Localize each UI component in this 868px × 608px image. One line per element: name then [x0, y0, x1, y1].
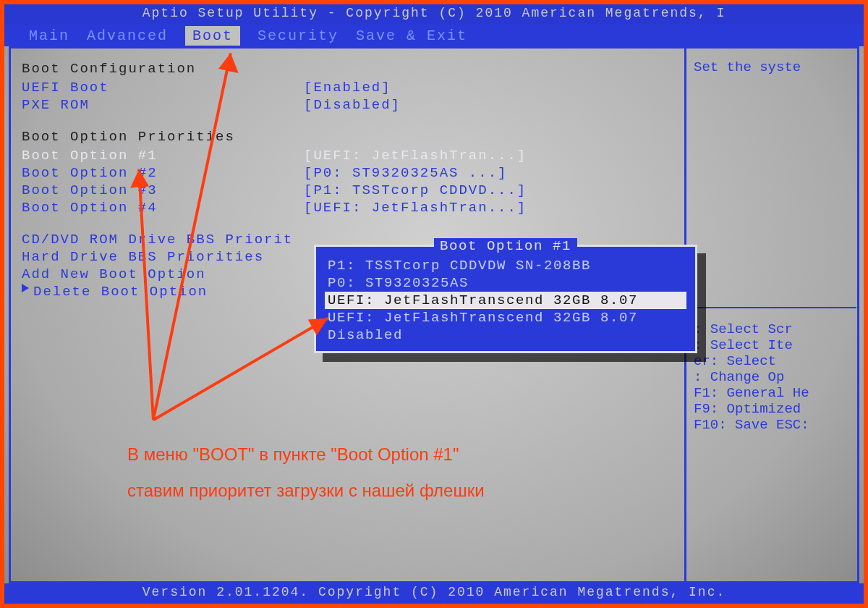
help-hint: F1: General He	[694, 385, 856, 401]
boot-option-popup: Boot Option #1 P1: TSSTcorp CDDVDW SN-20…	[314, 245, 697, 353]
popup-item[interactable]: P1: TSSTcorp CDDVDW SN-208BB	[325, 257, 686, 274]
selection-indicator-icon	[22, 284, 29, 292]
help-description: Set the syste	[694, 59, 856, 75]
tab-bar: Main Advanced Boot Security Save & Exit	[4, 25, 864, 46]
boot-option-2-row[interactable]: Boot Option #2 [P0: ST9320325AS ...]	[22, 165, 674, 181]
uefi-boot-value: [Enabled]	[304, 80, 391, 96]
tab-advanced[interactable]: Advanced	[87, 28, 168, 44]
uefi-boot-row[interactable]: UEFI Boot [Enabled]	[22, 80, 674, 96]
help-hint: : Select Scr	[694, 321, 856, 337]
boot-option-3-row[interactable]: Boot Option #3 [P1: TSSTcorp CDDVD...]	[22, 182, 674, 198]
pxe-rom-label: PXE ROM	[22, 97, 304, 113]
tab-save-exit[interactable]: Save & Exit	[356, 28, 467, 44]
boot-option-1-value: [UEFI: JetFlashTran...]	[304, 148, 527, 164]
popup-item-selected[interactable]: UEFI: JetFlashTranscend 32GB 8.07	[325, 292, 686, 309]
tab-security[interactable]: Security	[258, 28, 339, 44]
help-hint: F9: Optimized	[694, 401, 856, 417]
boot-option-1-row[interactable]: Boot Option #1 [UEFI: JetFlashTran...]	[22, 148, 674, 164]
boot-option-2-value: [P0: ST9320325AS ...]	[304, 165, 507, 181]
pxe-rom-value: [Disabled]	[304, 97, 401, 113]
bios-header: Aptio Setup Utility - Copyright (C) 2010…	[4, 4, 864, 25]
popup-item[interactable]: Disabled	[325, 326, 686, 344]
help-panel: Set the syste : Select Scr : Select Ite …	[684, 46, 864, 583]
boot-option-2-label: Boot Option #2	[22, 165, 304, 181]
boot-option-4-row[interactable]: Boot Option #4 [UEFI: JetFlashTran...]	[22, 200, 674, 216]
bios-footer: Version 2.01.1204. Copyright (C) 2010 Am…	[4, 583, 864, 604]
boot-option-3-label: Boot Option #3	[22, 182, 304, 198]
help-hint: : Select Ite	[694, 337, 856, 353]
popup-title: Boot Option #1	[434, 238, 577, 254]
uefi-boot-label: UEFI Boot	[22, 80, 304, 96]
tab-boot[interactable]: Boot	[185, 26, 240, 46]
boot-priorities-title: Boot Option Priorities	[22, 129, 674, 145]
help-hint: er: Select	[694, 353, 856, 369]
boot-option-4-value: [UEFI: JetFlashTran...]	[304, 200, 527, 216]
boot-option-1-label: Boot Option #1	[22, 148, 304, 164]
help-hint: : Change Op	[694, 369, 856, 385]
popup-item[interactable]: UEFI: JetFlashTranscend 32GB 8.07	[325, 309, 686, 326]
boot-config-title: Boot Configuration	[22, 61, 674, 77]
boot-option-3-value: [P1: TSSTcorp CDDVD...]	[304, 182, 527, 198]
help-hint: F10: Save ESC:	[694, 417, 856, 433]
pxe-rom-row[interactable]: PXE ROM [Disabled]	[22, 97, 674, 113]
popup-item[interactable]: P0: ST9320325AS	[325, 274, 686, 292]
tab-main[interactable]: Main	[29, 28, 69, 44]
boot-option-4-label: Boot Option #4	[22, 200, 304, 216]
